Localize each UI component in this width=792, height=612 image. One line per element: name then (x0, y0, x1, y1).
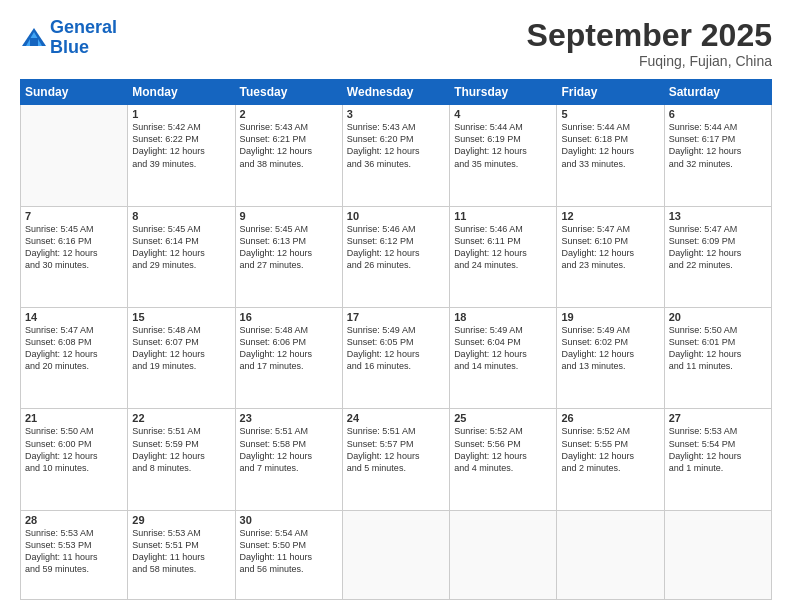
col-wednesday: Wednesday (342, 80, 449, 105)
table-row: 16Sunrise: 5:48 AM Sunset: 6:06 PM Dayli… (235, 308, 342, 409)
day-number: 30 (240, 514, 338, 526)
day-info: Sunrise: 5:45 AM Sunset: 6:13 PM Dayligh… (240, 223, 338, 272)
table-row: 9Sunrise: 5:45 AM Sunset: 6:13 PM Daylig… (235, 206, 342, 307)
page: General Blue September 2025 Fuqing, Fuji… (0, 0, 792, 612)
day-info: Sunrise: 5:47 AM Sunset: 6:10 PM Dayligh… (561, 223, 659, 272)
table-row: 1Sunrise: 5:42 AM Sunset: 6:22 PM Daylig… (128, 105, 235, 206)
table-row: 10Sunrise: 5:46 AM Sunset: 6:12 PM Dayli… (342, 206, 449, 307)
day-number: 20 (669, 311, 767, 323)
day-info: Sunrise: 5:53 AM Sunset: 5:53 PM Dayligh… (25, 527, 123, 576)
col-sunday: Sunday (21, 80, 128, 105)
day-number: 16 (240, 311, 338, 323)
day-info: Sunrise: 5:44 AM Sunset: 6:17 PM Dayligh… (669, 121, 767, 170)
day-info: Sunrise: 5:48 AM Sunset: 6:06 PM Dayligh… (240, 324, 338, 373)
table-row: 21Sunrise: 5:50 AM Sunset: 6:00 PM Dayli… (21, 409, 128, 510)
location: Fuqing, Fujian, China (527, 53, 772, 69)
table-row: 8Sunrise: 5:45 AM Sunset: 6:14 PM Daylig… (128, 206, 235, 307)
col-saturday: Saturday (664, 80, 771, 105)
day-info: Sunrise: 5:52 AM Sunset: 5:56 PM Dayligh… (454, 425, 552, 474)
col-thursday: Thursday (450, 80, 557, 105)
day-number: 29 (132, 514, 230, 526)
day-info: Sunrise: 5:43 AM Sunset: 6:21 PM Dayligh… (240, 121, 338, 170)
table-row (664, 510, 771, 599)
day-info: Sunrise: 5:42 AM Sunset: 6:22 PM Dayligh… (132, 121, 230, 170)
day-info: Sunrise: 5:46 AM Sunset: 6:11 PM Dayligh… (454, 223, 552, 272)
header: General Blue September 2025 Fuqing, Fuji… (20, 18, 772, 69)
col-tuesday: Tuesday (235, 80, 342, 105)
day-number: 6 (669, 108, 767, 120)
day-info: Sunrise: 5:52 AM Sunset: 5:55 PM Dayligh… (561, 425, 659, 474)
day-info: Sunrise: 5:47 AM Sunset: 6:08 PM Dayligh… (25, 324, 123, 373)
table-row: 19Sunrise: 5:49 AM Sunset: 6:02 PM Dayli… (557, 308, 664, 409)
day-number: 13 (669, 210, 767, 222)
table-row: 30Sunrise: 5:54 AM Sunset: 5:50 PM Dayli… (235, 510, 342, 599)
logo: General Blue (20, 18, 117, 58)
table-row: 11Sunrise: 5:46 AM Sunset: 6:11 PM Dayli… (450, 206, 557, 307)
table-row: 5Sunrise: 5:44 AM Sunset: 6:18 PM Daylig… (557, 105, 664, 206)
day-number: 5 (561, 108, 659, 120)
day-number: 1 (132, 108, 230, 120)
day-info: Sunrise: 5:45 AM Sunset: 6:16 PM Dayligh… (25, 223, 123, 272)
month-title: September 2025 (527, 18, 772, 53)
day-number: 10 (347, 210, 445, 222)
table-row: 24Sunrise: 5:51 AM Sunset: 5:57 PM Dayli… (342, 409, 449, 510)
day-number: 17 (347, 311, 445, 323)
table-row (342, 510, 449, 599)
table-row: 14Sunrise: 5:47 AM Sunset: 6:08 PM Dayli… (21, 308, 128, 409)
table-row: 27Sunrise: 5:53 AM Sunset: 5:54 PM Dayli… (664, 409, 771, 510)
logo-icon (20, 24, 48, 52)
day-number: 23 (240, 412, 338, 424)
day-info: Sunrise: 5:46 AM Sunset: 6:12 PM Dayligh… (347, 223, 445, 272)
day-number: 27 (669, 412, 767, 424)
day-number: 7 (25, 210, 123, 222)
table-row: 28Sunrise: 5:53 AM Sunset: 5:53 PM Dayli… (21, 510, 128, 599)
day-info: Sunrise: 5:44 AM Sunset: 6:19 PM Dayligh… (454, 121, 552, 170)
day-number: 24 (347, 412, 445, 424)
day-info: Sunrise: 5:50 AM Sunset: 6:01 PM Dayligh… (669, 324, 767, 373)
calendar-table: Sunday Monday Tuesday Wednesday Thursday… (20, 79, 772, 600)
day-info: Sunrise: 5:51 AM Sunset: 5:58 PM Dayligh… (240, 425, 338, 474)
table-row: 4Sunrise: 5:44 AM Sunset: 6:19 PM Daylig… (450, 105, 557, 206)
day-number: 12 (561, 210, 659, 222)
table-row: 15Sunrise: 5:48 AM Sunset: 6:07 PM Dayli… (128, 308, 235, 409)
day-info: Sunrise: 5:45 AM Sunset: 6:14 PM Dayligh… (132, 223, 230, 272)
table-row: 17Sunrise: 5:49 AM Sunset: 6:05 PM Dayli… (342, 308, 449, 409)
day-number: 22 (132, 412, 230, 424)
table-row: 3Sunrise: 5:43 AM Sunset: 6:20 PM Daylig… (342, 105, 449, 206)
day-number: 21 (25, 412, 123, 424)
table-row: 23Sunrise: 5:51 AM Sunset: 5:58 PM Dayli… (235, 409, 342, 510)
col-friday: Friday (557, 80, 664, 105)
day-number: 18 (454, 311, 552, 323)
table-row: 20Sunrise: 5:50 AM Sunset: 6:01 PM Dayli… (664, 308, 771, 409)
table-row: 22Sunrise: 5:51 AM Sunset: 5:59 PM Dayli… (128, 409, 235, 510)
table-row (557, 510, 664, 599)
day-info: Sunrise: 5:54 AM Sunset: 5:50 PM Dayligh… (240, 527, 338, 576)
day-info: Sunrise: 5:53 AM Sunset: 5:54 PM Dayligh… (669, 425, 767, 474)
header-row: Sunday Monday Tuesday Wednesday Thursday… (21, 80, 772, 105)
table-row (21, 105, 128, 206)
day-info: Sunrise: 5:49 AM Sunset: 6:04 PM Dayligh… (454, 324, 552, 373)
day-info: Sunrise: 5:51 AM Sunset: 5:57 PM Dayligh… (347, 425, 445, 474)
title-block: September 2025 Fuqing, Fujian, China (527, 18, 772, 69)
logo-text: General Blue (50, 18, 117, 58)
day-info: Sunrise: 5:49 AM Sunset: 6:05 PM Dayligh… (347, 324, 445, 373)
table-row: 12Sunrise: 5:47 AM Sunset: 6:10 PM Dayli… (557, 206, 664, 307)
table-row: 18Sunrise: 5:49 AM Sunset: 6:04 PM Dayli… (450, 308, 557, 409)
svg-rect-2 (30, 38, 38, 46)
day-number: 19 (561, 311, 659, 323)
day-number: 28 (25, 514, 123, 526)
table-row (450, 510, 557, 599)
day-info: Sunrise: 5:49 AM Sunset: 6:02 PM Dayligh… (561, 324, 659, 373)
table-row: 13Sunrise: 5:47 AM Sunset: 6:09 PM Dayli… (664, 206, 771, 307)
day-number: 11 (454, 210, 552, 222)
day-info: Sunrise: 5:48 AM Sunset: 6:07 PM Dayligh… (132, 324, 230, 373)
day-info: Sunrise: 5:47 AM Sunset: 6:09 PM Dayligh… (669, 223, 767, 272)
day-info: Sunrise: 5:44 AM Sunset: 6:18 PM Dayligh… (561, 121, 659, 170)
day-number: 8 (132, 210, 230, 222)
day-number: 15 (132, 311, 230, 323)
table-row: 6Sunrise: 5:44 AM Sunset: 6:17 PM Daylig… (664, 105, 771, 206)
table-row: 29Sunrise: 5:53 AM Sunset: 5:51 PM Dayli… (128, 510, 235, 599)
col-monday: Monday (128, 80, 235, 105)
day-info: Sunrise: 5:50 AM Sunset: 6:00 PM Dayligh… (25, 425, 123, 474)
day-info: Sunrise: 5:51 AM Sunset: 5:59 PM Dayligh… (132, 425, 230, 474)
